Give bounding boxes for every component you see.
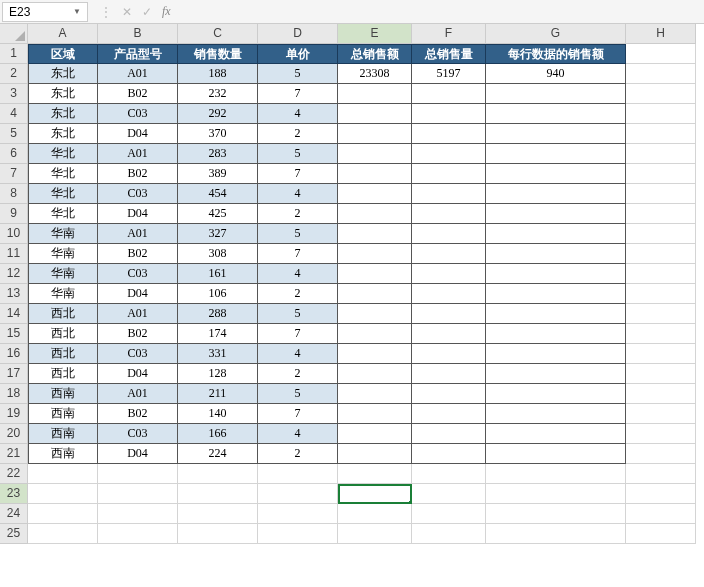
cell[interactable] <box>486 464 626 484</box>
cancel-icon[interactable]: ✕ <box>122 5 132 19</box>
cell[interactable] <box>486 484 626 504</box>
cell[interactable]: 224 <box>178 444 258 464</box>
formula-input[interactable] <box>177 2 704 22</box>
row-header[interactable]: 6 <box>0 144 28 164</box>
row-header[interactable]: 15 <box>0 324 28 344</box>
cell[interactable] <box>486 324 626 344</box>
cell[interactable] <box>28 464 98 484</box>
cell[interactable]: 370 <box>178 124 258 144</box>
cell[interactable]: 166 <box>178 424 258 444</box>
cell[interactable] <box>412 504 486 524</box>
cell[interactable] <box>28 484 98 504</box>
cell[interactable] <box>486 124 626 144</box>
cell[interactable] <box>486 304 626 324</box>
cell[interactable]: 140 <box>178 404 258 424</box>
cell[interactable] <box>486 204 626 224</box>
cell[interactable]: 总销售量 <box>412 44 486 64</box>
cell[interactable] <box>338 484 412 504</box>
cell[interactable] <box>486 184 626 204</box>
cell[interactable]: 308 <box>178 244 258 264</box>
cell[interactable] <box>486 264 626 284</box>
cell[interactable]: 7 <box>258 84 338 104</box>
cell[interactable]: C03 <box>98 104 178 124</box>
cell[interactable] <box>412 524 486 544</box>
row-header[interactable]: 7 <box>0 164 28 184</box>
cell[interactable]: D04 <box>98 284 178 304</box>
cell[interactable]: 2 <box>258 444 338 464</box>
cell[interactable]: 2 <box>258 124 338 144</box>
cell[interactable] <box>338 304 412 324</box>
cell[interactable]: 7 <box>258 404 338 424</box>
cell[interactable] <box>412 204 486 224</box>
row-header[interactable]: 18 <box>0 384 28 404</box>
cell[interactable]: 每行数据的销售额 <box>486 44 626 64</box>
cell[interactable] <box>486 504 626 524</box>
cell[interactable] <box>338 124 412 144</box>
cell[interactable]: D04 <box>98 364 178 384</box>
cell[interactable] <box>626 184 696 204</box>
cell[interactable]: 5 <box>258 304 338 324</box>
cell[interactable] <box>412 224 486 244</box>
cell[interactable] <box>486 344 626 364</box>
cell[interactable] <box>412 144 486 164</box>
cell[interactable]: A01 <box>98 64 178 84</box>
cell[interactable] <box>338 164 412 184</box>
cell[interactable]: 4 <box>258 344 338 364</box>
cell[interactable]: 4 <box>258 104 338 124</box>
cell[interactable] <box>626 144 696 164</box>
cell[interactable]: 288 <box>178 304 258 324</box>
cell[interactable] <box>338 424 412 444</box>
row-header[interactable]: 24 <box>0 504 28 524</box>
cell[interactable] <box>412 464 486 484</box>
cell[interactable] <box>486 144 626 164</box>
cell[interactable]: 2 <box>258 284 338 304</box>
cell[interactable]: 西南 <box>28 424 98 444</box>
cell[interactable]: 4 <box>258 424 338 444</box>
cell[interactable] <box>412 264 486 284</box>
cell[interactable]: D04 <box>98 444 178 464</box>
cell[interactable]: 425 <box>178 204 258 224</box>
column-header-C[interactable]: C <box>178 24 258 44</box>
cell[interactable] <box>338 384 412 404</box>
column-header-F[interactable]: F <box>412 24 486 44</box>
cell[interactable] <box>626 324 696 344</box>
cell[interactable] <box>258 504 338 524</box>
cell[interactable]: D04 <box>98 124 178 144</box>
cell[interactable] <box>28 524 98 544</box>
cell[interactable] <box>412 404 486 424</box>
cell[interactable]: 106 <box>178 284 258 304</box>
cell[interactable]: 西北 <box>28 344 98 364</box>
cell[interactable]: B02 <box>98 324 178 344</box>
row-header[interactable]: 12 <box>0 264 28 284</box>
cell[interactable]: A01 <box>98 224 178 244</box>
row-header[interactable]: 14 <box>0 304 28 324</box>
cell[interactable]: 5 <box>258 64 338 84</box>
row-header[interactable]: 9 <box>0 204 28 224</box>
cell[interactable] <box>258 464 338 484</box>
cell[interactable]: 4 <box>258 184 338 204</box>
cell[interactable]: A01 <box>98 144 178 164</box>
cell[interactable]: 188 <box>178 64 258 84</box>
cell[interactable]: B02 <box>98 84 178 104</box>
cell[interactable]: 5 <box>258 224 338 244</box>
cell[interactable]: B02 <box>98 164 178 184</box>
cell[interactable]: 华北 <box>28 164 98 184</box>
cell[interactable] <box>338 84 412 104</box>
cell[interactable] <box>412 84 486 104</box>
cell[interactable] <box>412 444 486 464</box>
row-header[interactable]: 22 <box>0 464 28 484</box>
cell[interactable]: 389 <box>178 164 258 184</box>
cell[interactable]: A01 <box>98 384 178 404</box>
cell[interactable]: 2 <box>258 204 338 224</box>
cell[interactable]: 区域 <box>28 44 98 64</box>
cell[interactable] <box>626 504 696 524</box>
cell[interactable]: 东北 <box>28 104 98 124</box>
cell[interactable]: 161 <box>178 264 258 284</box>
cell[interactable]: C03 <box>98 424 178 444</box>
cell[interactable] <box>338 204 412 224</box>
cell[interactable]: 292 <box>178 104 258 124</box>
column-header-H[interactable]: H <box>626 24 696 44</box>
cell[interactable]: 211 <box>178 384 258 404</box>
cell[interactable]: 东北 <box>28 64 98 84</box>
cell[interactable] <box>486 424 626 444</box>
